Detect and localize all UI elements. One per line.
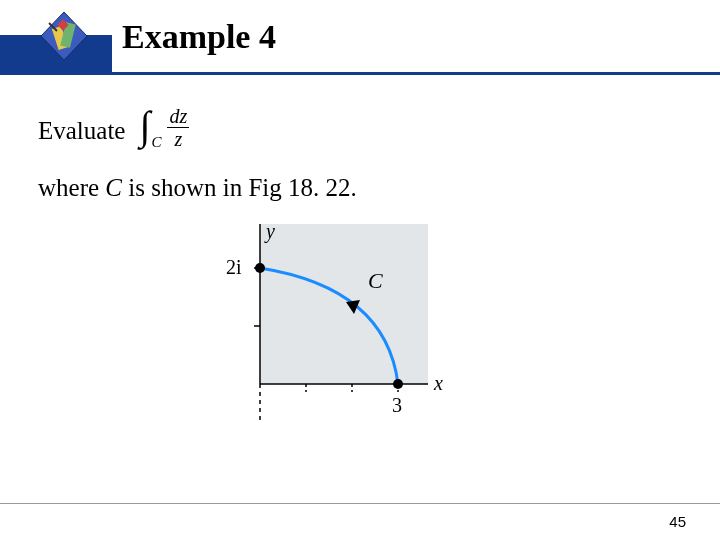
slide-title: Example 4 [122, 18, 276, 56]
svg-point-16 [255, 263, 265, 273]
curve-label-c: C [368, 268, 383, 293]
where-c-italic: C [105, 174, 122, 201]
fraction-numerator: dz [167, 106, 189, 126]
title-underline [0, 72, 720, 75]
figure-18-22: y x 2i 3 C [196, 218, 456, 438]
evaluate-label: Evaluate [38, 117, 125, 145]
svg-rect-5 [260, 224, 428, 384]
decorative-math-icon [36, 8, 92, 64]
y-tick-2i: 2i [226, 256, 242, 278]
evaluate-line: Evaluate ∫ C dz z [38, 108, 199, 154]
integral-subscript: C [151, 134, 161, 151]
slide: Example 4 Evaluate ∫ C dz z where C is s… [0, 0, 720, 540]
integral-sign: ∫ [139, 102, 150, 149]
x-axis-label: x [433, 372, 443, 394]
integral-expression: ∫ C dz z [139, 108, 199, 154]
fraction-denominator: z [172, 129, 184, 149]
integral-fraction: dz z [167, 106, 189, 149]
where-prefix: where [38, 174, 105, 201]
footer-divider [0, 503, 720, 504]
where-suffix: is shown in Fig 18. 22. [122, 174, 357, 201]
page-number: 45 [669, 513, 686, 530]
y-axis-label: y [264, 220, 275, 243]
where-line: where C is shown in Fig 18. 22. [38, 174, 357, 202]
svg-point-15 [393, 379, 403, 389]
x-tick-3: 3 [392, 394, 402, 416]
